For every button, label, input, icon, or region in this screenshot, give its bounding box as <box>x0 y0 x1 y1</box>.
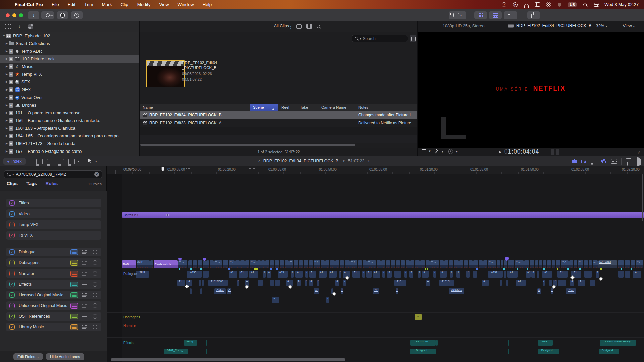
video-clip[interactable] <box>210 260 214 268</box>
show-lanes-icon[interactable] <box>82 250 88 254</box>
timeline-search-field[interactable]: ▾ A078C009_220608_RPM2 ✕ <box>4 170 102 178</box>
video-clip[interactable] <box>150 260 153 268</box>
role-row-effects[interactable]: ✓Effects <box>6 280 101 289</box>
audio-meter[interactable] <box>551 149 554 155</box>
video-clip[interactable] <box>589 260 592 268</box>
lane-focus-icon[interactable] <box>70 260 78 266</box>
tab-clips[interactable]: Clips <box>7 181 18 186</box>
control-center-icon[interactable] <box>593 2 599 7</box>
audio-clip[interactable]: / <box>339 271 341 278</box>
audio-clip[interactable]: A. <box>366 271 372 278</box>
table-row[interactable]: RDP_EP102_Edit34_PICTURELOCK_BChanges ma… <box>140 111 418 119</box>
audio-clip[interactable]: A153C... <box>449 288 464 294</box>
sidebar-item-smart-collections[interactable]: ▶Smart Collections <box>0 40 139 47</box>
show-lanes-icon[interactable] <box>82 314 88 318</box>
video-clip[interactable] <box>479 260 483 268</box>
video-clip[interactable] <box>584 260 588 268</box>
timeline-ruler[interactable]: 00:59:50:0001:00:05:0001:00:20:0001:00:3… <box>107 166 644 174</box>
audio-clip[interactable]: A <box>409 271 413 278</box>
video-clip[interactable] <box>469 260 473 268</box>
project-chevron[interactable]: ▾ <box>343 159 345 163</box>
sidebar-item-156-bonino-come-e-gianluca-esta-irritado[interactable]: ▶★156 – Bonino come e Gianluca esta irri… <box>0 117 139 124</box>
disclosure-triangle-icon[interactable]: ▶ <box>5 50 9 53</box>
disclosure-triangle-icon[interactable]: ▶ <box>5 119 9 122</box>
role-solo-icon[interactable] <box>93 271 97 276</box>
play-circle-icon[interactable]: ▶ <box>513 2 518 7</box>
sidebar-item-102-picture-lock[interactable]: ▶★102 Picture Lock <box>0 55 139 63</box>
show-lanes-icon[interactable] <box>82 272 88 276</box>
video-clip[interactable] <box>440 260 444 268</box>
video-clip[interactable]: ∞ ... <box>250 260 257 268</box>
audio-clip[interactable]: Designed,... <box>410 349 436 354</box>
spotlight-search-icon[interactable] <box>582 2 588 7</box>
role-checkbox[interactable]: ✓ <box>9 249 15 255</box>
video-clip[interactable] <box>501 260 503 268</box>
role-solo-icon[interactable] <box>93 314 97 319</box>
video-clip[interactable] <box>415 260 420 268</box>
import-media-button[interactable]: ↓ <box>28 11 39 19</box>
video-clip[interactable] <box>386 260 390 268</box>
insert-edit-icon[interactable] <box>47 159 53 164</box>
audio-clip[interactable]: / <box>404 271 407 278</box>
disclosure-triangle-icon[interactable]: ▶ <box>5 142 9 145</box>
sidebar-item-sfx[interactable]: ▶★SFX <box>0 78 139 86</box>
zoom-window-button[interactable] <box>19 13 23 17</box>
timeline-horizontal-scrollbar[interactable] <box>111 358 345 361</box>
show-lanes-icon[interactable] <box>82 325 88 329</box>
audio-clip[interactable] <box>504 271 506 278</box>
audio-clip[interactable]: ∞/ <box>373 288 379 294</box>
video-clip[interactable] <box>508 260 514 268</box>
edit-roles-button[interactable]: Edit Roles… <box>13 353 43 360</box>
audio-clip[interactable]: ... <box>314 288 319 294</box>
audio-clip[interactable] <box>436 340 438 346</box>
disclosure-triangle-icon[interactable]: ▼ <box>2 34 6 37</box>
audio-clip[interactable]: ... <box>618 271 624 278</box>
video-clip[interactable] <box>574 260 577 268</box>
role-checkbox[interactable]: ✓ <box>9 292 15 298</box>
video-clip[interactable]: ... <box>593 260 598 268</box>
video-clip[interactable] <box>285 260 289 268</box>
video-clip[interactable] <box>569 260 573 268</box>
audio-clip[interactable]: Wea... <box>538 340 553 346</box>
audio-clip[interactable]: 2BIP <box>136 271 149 278</box>
video-clip[interactable] <box>618 260 624 268</box>
audio-clip[interactable]: / <box>551 288 553 294</box>
retime-dropdown[interactable]: ▾ <box>448 149 458 154</box>
media-display-button[interactable]: ▾ <box>449 11 466 19</box>
menu-mark[interactable]: Mark <box>98 0 116 9</box>
audio-clip[interactable] <box>506 280 508 286</box>
video-clip[interactable]: ∞ ♪ <box>350 260 357 268</box>
browser-search-field[interactable]: ▾ Search <box>352 35 408 42</box>
audio-clip[interactable]: / <box>418 271 421 278</box>
video-clip[interactable] <box>444 260 448 268</box>
lane-focus-icon[interactable] <box>70 324 78 330</box>
audio-clip[interactable]: A <box>426 280 430 286</box>
audio-clip[interactable]: / <box>362 271 365 278</box>
role-solo-icon[interactable] <box>93 250 97 254</box>
video-clip[interactable] <box>235 260 240 268</box>
audio-clip[interactable]: A1... <box>557 271 568 278</box>
video-clip[interactable] <box>345 260 350 268</box>
audio-clip[interactable]: / <box>263 271 266 278</box>
audio-clip[interactable]: ... <box>584 271 592 278</box>
role-checkbox[interactable]: ✓ <box>9 233 15 238</box>
audio-clip[interactable]: A <box>335 280 339 286</box>
overwrite-edit-icon[interactable] <box>68 159 75 164</box>
video-clip[interactable] <box>426 260 430 268</box>
inspector-button[interactable] <box>504 11 517 19</box>
video-clip[interactable] <box>543 260 546 268</box>
video-clip[interactable]: ∞ A <box>561 260 569 268</box>
video-clip[interactable] <box>330 260 335 268</box>
video-clip[interactable]: ∞ ... <box>367 260 376 268</box>
audio-clip[interactable]: A... <box>440 271 447 278</box>
audio-clip[interactable]: A151C003... <box>208 280 228 286</box>
role-row-unlicensed-original-music[interactable]: ✓Unlicensed Original Music <box>6 301 101 310</box>
role-checkbox[interactable]: ✓ <box>9 282 15 287</box>
audio-clip[interactable]: A... <box>309 271 316 278</box>
keyword-editor-button[interactable] <box>41 11 54 19</box>
tools-chevron[interactable]: ▾ <box>95 160 97 163</box>
video-clip[interactable] <box>497 260 500 268</box>
menu-view[interactable]: View <box>155 0 173 9</box>
media-browser-icon[interactable] <box>611 159 617 164</box>
audio-clip[interactable] <box>473 271 477 278</box>
